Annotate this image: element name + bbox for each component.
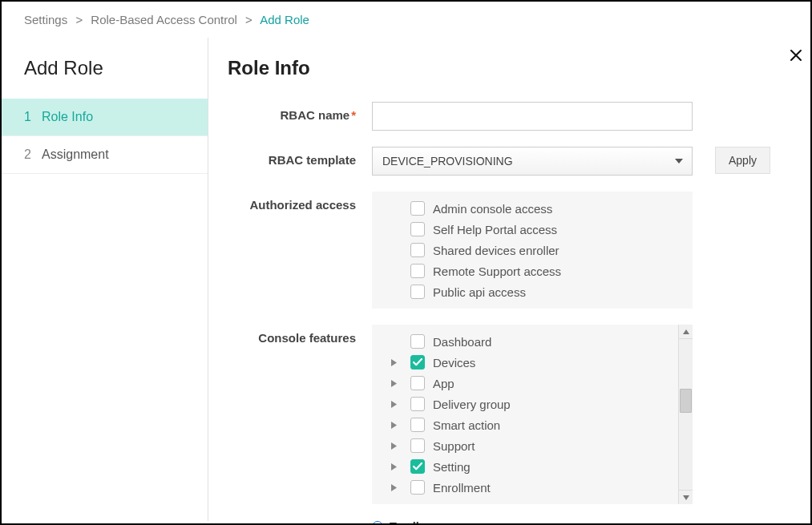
expand-caret-icon[interactable] (386, 359, 401, 366)
step-role-info[interactable]: 1 Role Info (2, 99, 208, 136)
breadcrumb-sep: > (75, 13, 83, 26)
console-feature-item: Smart action (410, 414, 673, 435)
console-feature-item: Enrollment (410, 477, 673, 498)
expand-caret-icon[interactable] (386, 463, 401, 470)
console-features-panel: DashboardDevicesAppDelivery groupSmart a… (372, 325, 693, 504)
checkbox[interactable] (410, 285, 425, 299)
scroll-up-icon[interactable] (679, 325, 693, 339)
checkbox-label: Self Help Portal access (433, 223, 557, 236)
expand-caret-icon[interactable] (386, 401, 401, 408)
checkbox[interactable] (410, 480, 425, 495)
console-feature-item: Dashboard (410, 331, 673, 352)
console-feature-item: Support (410, 435, 673, 456)
checkbox-label: Smart action (433, 418, 500, 432)
label-apply-permissions: Apply permissions (228, 520, 372, 525)
checkbox[interactable] (410, 264, 425, 278)
checkbox[interactable] (410, 438, 425, 453)
authorized-access-item: Self Help Portal access (410, 219, 693, 240)
rbac-name-input[interactable] (372, 102, 693, 131)
checkbox[interactable] (410, 355, 425, 370)
main-panel: Role Info RBAC name* RBAC template DEVIC… (208, 38, 810, 521)
console-feature-item: App (410, 373, 673, 394)
checkbox[interactable] (410, 243, 425, 257)
radio-label-all: To all user groups (390, 520, 490, 525)
authorized-access-panel: Admin console accessSelf Help Portal acc… (372, 192, 693, 309)
rbac-template-select[interactable]: DEVICE_PROVISIONING (372, 147, 693, 176)
checkbox-label: Shared devices enroller (433, 244, 560, 257)
expand-caret-icon[interactable] (386, 442, 401, 450)
close-icon[interactable] (790, 46, 802, 67)
checkbox-label: Admin console access (433, 202, 552, 216)
console-feature-item: Setting (410, 456, 673, 477)
breadcrumb-rbac[interactable]: Role-Based Access Control (91, 13, 237, 26)
checkbox-label: Devices (433, 356, 475, 370)
scrollbar[interactable] (678, 325, 693, 504)
step-number: 1 (24, 110, 42, 124)
checkbox-label: Public api access (433, 285, 526, 299)
checkbox-label: Support (433, 439, 475, 453)
checkbox[interactable] (410, 418, 425, 432)
step-assignment[interactable]: 2 Assignment (2, 136, 208, 174)
apply-template-button[interactable]: Apply (715, 147, 770, 174)
checkbox[interactable] (410, 459, 425, 474)
console-feature-item: Devices (410, 352, 673, 373)
authorized-access-item: Public api access (410, 281, 693, 302)
step-label: Role Info (42, 110, 93, 124)
rbac-template-value: DEVICE_PROVISIONING (382, 155, 513, 168)
checkbox-label: App (433, 377, 454, 390)
authorized-access-item: Remote Support access (410, 260, 693, 281)
checkbox-label: Setting (433, 460, 471, 474)
checkbox[interactable] (410, 201, 425, 216)
breadcrumb: Settings > Role-Based Access Control > A… (2, 2, 810, 38)
expand-caret-icon[interactable] (386, 422, 401, 429)
authorized-access-item: Shared devices enroller (410, 240, 693, 260)
sidebar-title: Add Role (2, 57, 208, 99)
checkbox-label: Dashboard (433, 335, 491, 349)
checkbox-label: Remote Support access (433, 265, 561, 278)
label-rbac-name: RBAC name* (228, 102, 372, 122)
label-authorized-access: Authorized access (228, 192, 372, 212)
checkbox-label: Delivery group (433, 398, 511, 411)
page-title: Role Info (228, 57, 778, 79)
breadcrumb-settings[interactable]: Settings (24, 13, 67, 26)
breadcrumb-current: Add Role (260, 13, 309, 26)
radio-all-user-groups[interactable] (372, 521, 383, 525)
scroll-down-icon[interactable] (679, 490, 693, 504)
scroll-thumb[interactable] (680, 389, 692, 413)
authorized-access-item: Admin console access (410, 198, 693, 219)
label-rbac-template: RBAC template (228, 147, 372, 167)
checkbox[interactable] (410, 376, 425, 390)
console-feature-item: Delivery group (410, 394, 673, 414)
checkbox[interactable] (410, 397, 425, 411)
step-number: 2 (24, 147, 42, 162)
expand-caret-icon[interactable] (386, 380, 401, 387)
checkbox[interactable] (410, 334, 425, 349)
label-console-features: Console features (228, 325, 372, 345)
checkbox-label: Enrollment (433, 481, 491, 495)
checkbox[interactable] (410, 222, 425, 236)
step-label: Assignment (42, 147, 109, 162)
wizard-sidebar: Add Role 1 Role Info 2 Assignment (2, 38, 208, 521)
expand-caret-icon[interactable] (386, 484, 401, 491)
breadcrumb-sep: > (245, 13, 252, 26)
